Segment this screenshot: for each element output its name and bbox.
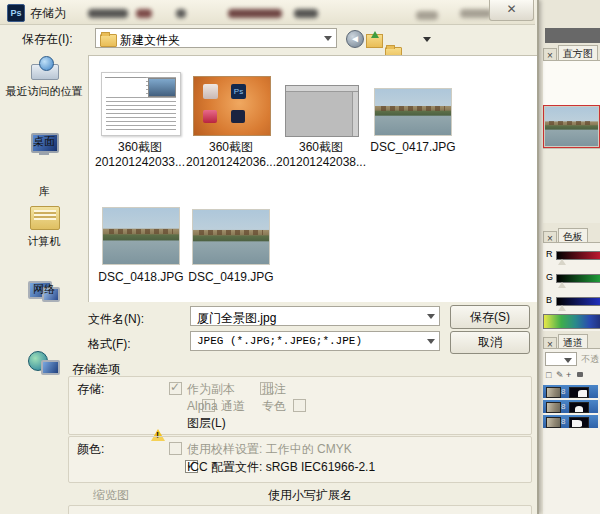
dropdown-arrow-icon	[427, 314, 435, 319]
cancel-button[interactable]: 取消	[450, 331, 530, 354]
format-label: 格式(F):	[88, 336, 131, 353]
filename-label: 文件名(N):	[88, 311, 144, 328]
format-select[interactable]: JPEG (*.JPG;*.JPEG;*.JPE)	[190, 331, 440, 351]
file-thumbnail-dsc0419[interactable]	[193, 210, 269, 264]
layer-thumbnail[interactable]	[546, 402, 561, 413]
file-list: 360截图 201201242033... Ps 360截图 201201242…	[88, 55, 537, 302]
redacted-text	[88, 9, 128, 18]
navigator-panel-body	[543, 148, 600, 223]
thumbnail-image-fragment	[148, 78, 176, 97]
sidebar-item-network[interactable]: 网络	[0, 282, 88, 297]
desktop-icon-art	[203, 110, 217, 123]
histogram-panel-body	[543, 60, 600, 106]
save-button[interactable]: 保存(S)	[450, 305, 530, 329]
thumbnail-label: 缩览图	[93, 487, 129, 504]
desktop-icon-art	[203, 84, 218, 99]
format-value: JPEG (*.JPG;*.JPEG;*.JPE)	[197, 335, 362, 347]
link-icon: 8	[561, 417, 565, 426]
filename-input[interactable]: 厦门全景图.jpg	[190, 306, 440, 326]
save-in-value: 新建文件夹	[120, 32, 180, 49]
layer-mask-thumbnail[interactable]	[569, 417, 589, 428]
channel-r-label: R	[546, 249, 553, 259]
channel-b-label: B	[546, 295, 552, 305]
link-icon: 8	[561, 402, 565, 411]
layers-label: 图层(L)	[187, 415, 226, 432]
layer-mask-thumbnail[interactable]	[569, 402, 589, 413]
bottom-group-partial	[68, 505, 532, 514]
photoshop-panels-background: ×直方图 ×色板样式 R G B ×通道路径	[537, 0, 600, 514]
layer-row[interactable]: 8	[543, 400, 598, 413]
layer-thumbnail[interactable]	[546, 387, 561, 398]
save-as-dialog: Ps 存储为 ✕ 保存在(I): 新建文件夹 ◄ 最近访问的位置 桌面	[0, 0, 539, 514]
layer-thumbnail[interactable]	[546, 417, 561, 428]
blend-mode-select[interactable]	[545, 352, 577, 366]
channel-g-label: G	[546, 272, 553, 282]
back-icon[interactable]: ◄	[346, 30, 364, 48]
folder-icon	[100, 34, 117, 47]
redacted-text	[176, 9, 186, 18]
save-in-select[interactable]: 新建文件夹	[95, 28, 337, 48]
redacted-text	[460, 9, 492, 18]
redacted-text	[136, 9, 152, 18]
layer-row[interactable]: 8	[543, 415, 598, 428]
annotations-label: 批注	[262, 381, 286, 398]
filename-value: 厦门全景图.jpg	[197, 310, 276, 327]
network-icon[interactable]	[28, 351, 58, 377]
save-group-label: 存储:	[77, 381, 104, 398]
sidebar-item-desktop[interactable]: 桌面	[0, 134, 88, 149]
navigator-preview-frame[interactable]	[543, 105, 600, 148]
up-one-level-icon[interactable]	[366, 34, 383, 48]
red-slider-handle[interactable]	[558, 259, 566, 265]
color-ramp[interactable]	[543, 314, 600, 329]
libraries-icon[interactable]	[30, 206, 60, 230]
file-thumbnail-360-2[interactable]: Ps	[193, 76, 271, 136]
color-group-label: 颜色:	[77, 441, 104, 458]
redacted-text	[294, 9, 318, 18]
file-label[interactable]: DSC_0419.JPG	[174, 270, 288, 285]
desktop-icon-art	[231, 110, 245, 123]
photoshop-app-icon: Ps	[7, 4, 25, 22]
desktop-icon-art: Ps	[231, 84, 246, 99]
canvas-dark-bar	[545, 28, 600, 43]
recent-places-icon[interactable]	[29, 56, 59, 82]
save-options-group: 存储: 作为副本 批注 Alpha 通道 专色 图层(L)	[68, 376, 532, 435]
file-label[interactable]: 201201242038...	[264, 155, 378, 170]
color-panel-body: R G B	[543, 242, 600, 331]
save-in-label: 保存在(I):	[22, 31, 73, 48]
as-copy-checkbox[interactable]	[169, 382, 182, 395]
view-menu-arrow-icon[interactable]	[423, 37, 431, 42]
file-thumbnail-360-1[interactable]	[101, 72, 181, 136]
file-thumbnail-dsc0418[interactable]	[103, 208, 179, 264]
screenshot-root: ×直方图 ×色板样式 R G B ×通道路径	[0, 0, 600, 514]
file-thumbnail-dsc0417[interactable]	[375, 89, 451, 135]
alpha-channels-label: Alpha 通道	[187, 398, 245, 415]
dropdown-arrow-icon	[427, 339, 435, 344]
sidebar-item-recent[interactable]: 最近访问的位置	[0, 84, 88, 99]
blue-slider-handle[interactable]	[558, 305, 566, 311]
proof-setup-checkbox[interactable]	[169, 442, 182, 455]
lock-move-icon[interactable]: +	[566, 370, 571, 380]
file-thumbnail-360-3[interactable]	[285, 85, 359, 137]
layer-row[interactable]: 8	[543, 385, 598, 398]
layer-mask-thumbnail[interactable]	[569, 387, 589, 398]
green-slider-handle[interactable]	[558, 282, 566, 288]
as-copy-label: 作为副本	[187, 381, 235, 398]
dropdown-arrow-icon	[564, 358, 572, 363]
layers-panel-body: 不透 □ ✎ + 8 8 8	[543, 348, 600, 514]
sidebar-item-libraries[interactable]: 库	[0, 184, 88, 199]
navigator-preview-image	[545, 107, 598, 146]
places-sidebar: 最近访问的位置 桌面 库 计算机 网络	[0, 52, 88, 302]
lock-transparent-icon[interactable]: □	[546, 370, 551, 380]
proof-setup-label: 使用校样设置: 工作中的 CMYK	[187, 441, 352, 458]
dropdown-arrow-icon	[324, 36, 332, 41]
lock-all-icon[interactable]	[577, 372, 583, 377]
opacity-label: 不透	[581, 353, 599, 366]
file-label[interactable]: DSC_0417.JPG	[356, 140, 470, 155]
spot-colors-label: 专色	[262, 398, 286, 415]
dialog-title-bar[interactable]: Ps 存储为	[0, 0, 535, 25]
lowercase-ext-label: 使用小写扩展名	[268, 487, 352, 504]
close-button[interactable]: ✕	[489, 0, 534, 21]
sidebar-item-computer[interactable]: 计算机	[0, 234, 88, 249]
lock-paint-icon[interactable]: ✎	[556, 370, 564, 380]
spot-colors-checkbox[interactable]	[293, 399, 306, 412]
